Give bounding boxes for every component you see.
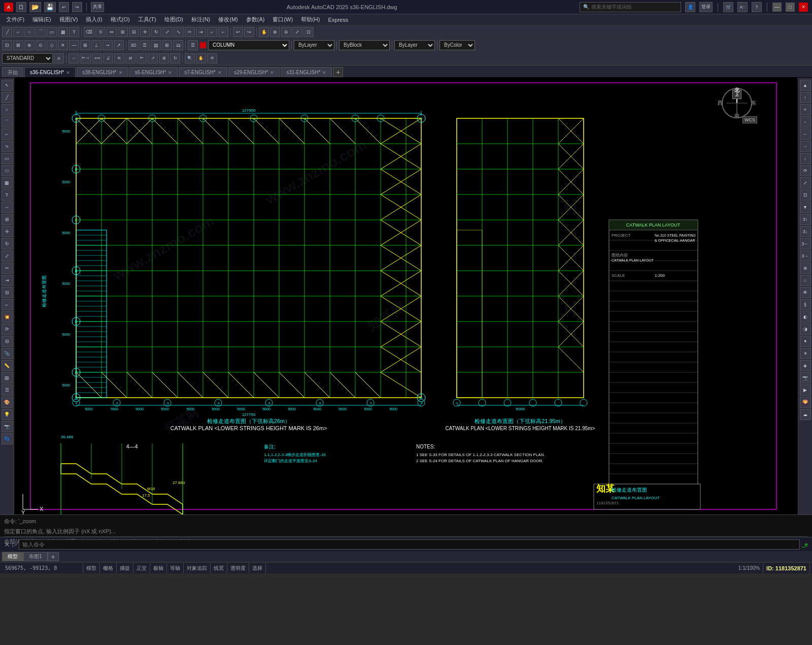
menu-help[interactable]: 帮助(H)	[297, 15, 324, 24]
view-3d[interactable]: 3D	[128, 40, 139, 50]
redo-btn[interactable]: ↪	[72, 2, 82, 12]
snap-perp[interactable]: ⊥	[91, 40, 101, 50]
tool-rect[interactable]: ▭	[2, 153, 13, 164]
right-shade[interactable]: ◑	[800, 324, 811, 335]
snap-node[interactable]: ⊙	[36, 40, 46, 50]
right-pan-left[interactable]: ←	[800, 128, 811, 140]
dim-diameter[interactable]: Ø	[125, 53, 136, 63]
undo-btn[interactable]: ↩	[59, 2, 69, 12]
model-tab[interactable]: 模型	[2, 552, 23, 561]
view-zoom-window[interactable]: ⊡	[303, 27, 314, 37]
lineweight-selector[interactable]: ByLayer	[394, 40, 435, 50]
tool-arc[interactable]: ⌒	[2, 116, 13, 127]
right-camera[interactable]: 📷	[800, 372, 811, 383]
right-nav-down[interactable]: ▼	[800, 202, 811, 213]
snap-center[interactable]: ⊕	[24, 40, 35, 50]
tool-walk[interactable]: 👣	[2, 433, 13, 444]
tool-trim[interactable]: ✂	[2, 263, 13, 274]
tool-layer[interactable]: ☰	[2, 384, 13, 396]
tool-block[interactable]: ⊞	[2, 214, 13, 225]
right-3d-tw[interactable]: ⊕	[800, 263, 811, 274]
draw-rect[interactable]: ▭	[47, 27, 57, 37]
info-icon[interactable]: ?	[752, 2, 762, 12]
menu-edit[interactable]: 编辑(E)	[28, 15, 55, 24]
snap-btn[interactable]: 捕捉	[117, 563, 133, 573]
tool-properties[interactable]: ▤	[2, 372, 13, 383]
tool-select[interactable]: ↖	[2, 80, 13, 91]
snap-endpoint[interactable]: ⊡	[2, 40, 12, 50]
tab-s29-close[interactable]: ✕	[270, 70, 274, 75]
right-orbit[interactable]: ⟳	[800, 165, 811, 176]
menu-insert[interactable]: 插入(I)	[82, 15, 106, 24]
right-hide[interactable]: ◐	[800, 311, 811, 322]
layout1-tab[interactable]: 布图1	[23, 552, 48, 561]
dim-update[interactable]: ↻	[170, 53, 180, 63]
tool-render[interactable]: 🎨	[2, 397, 13, 408]
search-bar[interactable]: 🔍 搜索关键字或词组	[580, 2, 681, 12]
snap-midpoint[interactable]: ⊠	[13, 40, 23, 50]
signin-btn[interactable]: 登录	[699, 2, 713, 12]
right-extents[interactable]: ⤢	[800, 177, 811, 188]
modify-stretch[interactable]: ⤡	[174, 27, 184, 37]
modify-scale[interactable]: ⤢	[162, 27, 173, 37]
new-btn[interactable]: 🗋	[16, 2, 26, 12]
menu-view[interactable]: 视图(V)	[55, 15, 82, 24]
dim-leader[interactable]: ↗	[148, 53, 158, 63]
tool-camera[interactable]: 📷	[2, 421, 13, 432]
right-mat[interactable]: ◈	[800, 360, 811, 371]
tab-s29[interactable]: s29-ENGLISH* ✕	[228, 67, 280, 77]
right-anim[interactable]: ▶	[800, 384, 811, 396]
help-icon[interactable]: A⁻	[737, 2, 748, 12]
right-3d-lt[interactable]: 3←	[800, 238, 811, 249]
tool-fillet[interactable]: ⌐	[2, 299, 13, 310]
tool-dim[interactable]: ↔	[2, 202, 13, 213]
tab-s7-close[interactable]: ✕	[218, 70, 222, 75]
zoom-realtime[interactable]: 🔍	[185, 53, 195, 63]
redo-action[interactable]: ↪	[244, 27, 254, 37]
layer-selector[interactable]: COLUMN	[208, 40, 289, 50]
undo-action[interactable]: ↩	[233, 27, 243, 37]
right-bg[interactable]: 🌄	[800, 397, 811, 408]
snap-ext[interactable]: —	[69, 40, 79, 50]
modify-rotate[interactable]: ↻	[151, 27, 161, 37]
menu-file[interactable]: 文件(F)	[2, 15, 28, 24]
snap-inter[interactable]: ✕	[58, 40, 68, 50]
right-zoom-out[interactable]: −	[800, 116, 811, 127]
text-style-dropdown[interactable]: STANDARD	[2, 53, 53, 63]
tool-offset[interactable]: ⊟	[2, 287, 13, 298]
tool-hatch[interactable]: ▦	[2, 177, 13, 188]
menu-param[interactable]: 参数(A)	[242, 15, 269, 24]
menu-format[interactable]: 格式(O)	[107, 15, 134, 24]
tool-text[interactable]: T	[2, 189, 13, 201]
tool-3drotate[interactable]: ⟳	[2, 324, 13, 335]
dim-radius[interactable]: R	[114, 53, 124, 63]
tool-rotate[interactable]: ↻	[2, 238, 13, 249]
text-style-mgr[interactable]: A	[54, 53, 64, 63]
draw-arc[interactable]: ⌒	[36, 27, 46, 37]
pan-realtime[interactable]: ✋	[196, 53, 206, 63]
dim-style[interactable]: ↔	[69, 53, 79, 63]
draw-line[interactable]: ╱	[2, 27, 12, 37]
tool-polyline[interactable]: ⌐	[2, 128, 13, 140]
modify-mirror[interactable]: ⇔	[107, 27, 117, 37]
modify-chamfer[interactable]: ⌐	[218, 27, 228, 37]
right-3d-dn[interactable]: 3↓	[800, 226, 811, 237]
polar-btn[interactable]: 极轴	[150, 563, 167, 573]
lineweight-btn[interactable]: 线宽	[211, 563, 227, 573]
dim-ordinate[interactable]: ⊢	[137, 53, 147, 63]
right-3d-home[interactable]: ⌂	[800, 275, 811, 286]
xref-mgr[interactable]: 🗂	[173, 40, 183, 50]
ortho-btn[interactable]: 正交	[133, 563, 150, 573]
properties-btn[interactable]: ▤	[151, 40, 161, 50]
grid-btn[interactable]: 栅格	[100, 563, 117, 573]
dim-tolerance[interactable]: ⊞	[159, 53, 169, 63]
selection-btn[interactable]: 选择	[249, 563, 266, 573]
draw-hatch[interactable]: ▦	[58, 27, 68, 37]
menu-tools[interactable]: 工具(T)	[134, 15, 160, 24]
dim-angular[interactable]: ∠	[103, 53, 113, 63]
add-layout-btn[interactable]: +	[48, 552, 59, 561]
modify-extend[interactable]: ⇥	[196, 27, 206, 37]
right-nav-up[interactable]: ▲	[800, 80, 811, 91]
tab-start[interactable]: 开始	[2, 67, 23, 77]
menu-window[interactable]: 窗口(W)	[268, 15, 297, 24]
